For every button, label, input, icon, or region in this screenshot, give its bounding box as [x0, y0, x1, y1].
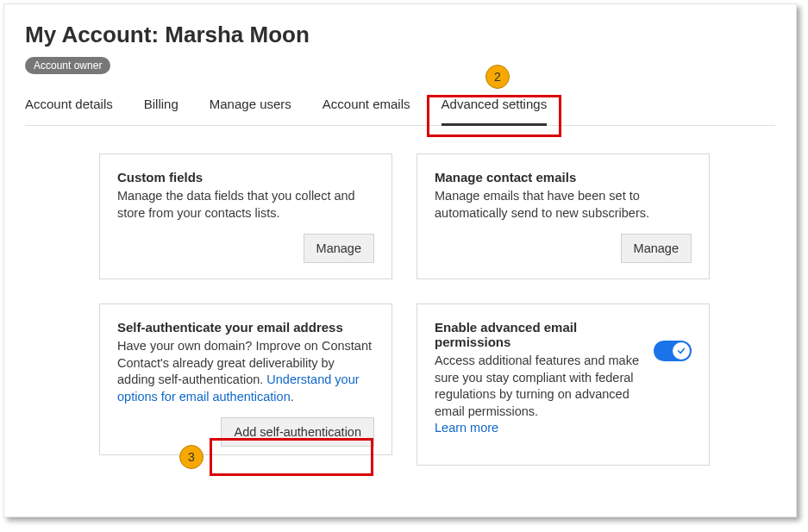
- card-adv-perms-title: Enable advanced email permissions: [435, 320, 642, 349]
- tab-advanced-settings[interactable]: Advanced settings: [442, 90, 548, 125]
- card-contact-emails-desc: Manage emails that have been set to auto…: [435, 188, 692, 222]
- adv-perms-row: Enable advanced email permissions Access…: [435, 320, 692, 449]
- adv-perms-text: Enable advanced email permissions Access…: [435, 320, 642, 449]
- link-learn-more-adv-perms[interactable]: Learn more: [435, 421, 498, 435]
- tab-billing[interactable]: Billing: [144, 90, 179, 125]
- card-custom-fields-title: Custom fields: [117, 170, 374, 185]
- cards-grid: Custom fields Manage the data fields tha…: [25, 153, 775, 466]
- manage-custom-fields-button[interactable]: Manage: [304, 234, 374, 263]
- tab-account-emails[interactable]: Account emails: [323, 90, 410, 125]
- account-settings-frame: My Account: Marsha Moon Account owner Ac…: [3, 3, 797, 517]
- card-advanced-permissions: Enable advanced email permissions Access…: [417, 304, 710, 466]
- toggle-knob: [673, 342, 690, 360]
- card-self-auth-desc: Have your own domain? Improve on Constan…: [117, 338, 374, 405]
- tab-manage-users[interactable]: Manage users: [210, 90, 291, 125]
- tabs-bar: Account details Billing Manage users Acc…: [25, 90, 775, 126]
- add-self-authentication-button[interactable]: Add self-authentication: [221, 417, 374, 447]
- tab-account-details[interactable]: Account details: [25, 90, 113, 125]
- toggle-advanced-permissions[interactable]: [654, 341, 692, 361]
- page-title-prefix: My Account:: [25, 22, 165, 47]
- card-adv-perms-desc: Access additional features and make sure…: [435, 353, 642, 437]
- callout-step-3: 3: [179, 445, 204, 469]
- manage-contact-emails-button[interactable]: Manage: [621, 234, 692, 263]
- callout-step-2: 2: [485, 65, 510, 89]
- page-title-username: Marsha Moon: [165, 22, 310, 47]
- card-custom-fields-desc: Manage the data fields that you collect …: [117, 188, 374, 222]
- card-self-auth-title: Self-authenticate your email address: [117, 320, 374, 335]
- card-contact-emails: Manage contact emails Manage emails that…: [417, 153, 710, 279]
- card-custom-fields: Custom fields Manage the data fields tha…: [99, 153, 392, 279]
- card-self-auth-period: .: [291, 390, 294, 404]
- check-icon: [677, 347, 686, 355]
- card-contact-emails-title: Manage contact emails: [435, 170, 692, 185]
- page-title: My Account: Marsha Moon: [25, 22, 775, 48]
- card-adv-perms-desc-text: Access additional features and make sure…: [435, 354, 639, 418]
- role-badge: Account owner: [25, 57, 110, 74]
- card-self-authenticate: Self-authenticate your email address Hav…: [99, 304, 392, 455]
